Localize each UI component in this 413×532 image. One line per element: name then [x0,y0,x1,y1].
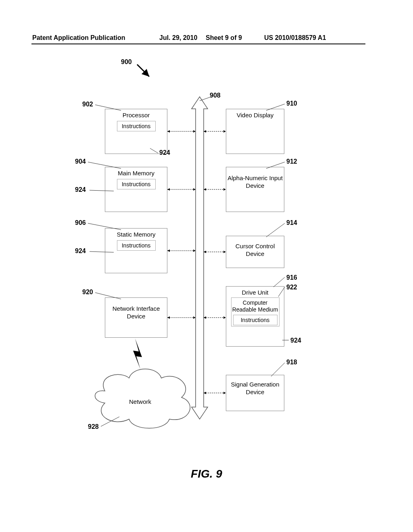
svg-line-11 [266,223,285,237]
label-network: Network [129,398,151,405]
box-signal-gen: Signal Generation Device [226,375,284,411]
svg-line-15 [271,363,285,376]
ref-902: 902 [82,101,93,108]
label-signal-gen: Signal Generation Device [226,381,284,396]
ref-928: 928 [88,423,99,430]
ref-904: 904 [75,158,86,165]
label-processor: Processor [123,112,150,118]
label-video-display: Video Display [237,112,273,118]
ref-910: 910 [286,100,297,107]
svg-line-12 [273,277,285,287]
svg-overlay [0,52,413,455]
ref-912: 912 [286,158,297,165]
box-network-interface: Network Interface Device [105,297,167,338]
label-alpha-input: Alpha-Numeric Input Device [226,175,284,190]
svg-line-0 [137,64,149,77]
box-alpha-input: Alpha-Numeric Input Device [226,167,284,212]
box-cursor-control: Cursor Control Device [226,236,284,268]
header-rule [31,44,365,44]
label-main-memory: Main Memory [118,170,154,177]
ref-908: 908 [210,92,221,99]
ref-900: 900 [121,58,132,66]
system-diagram: 900 908 902 Processor Instructions 924 9… [0,52,413,455]
ref-924-a: 924 [159,149,170,156]
header-date: Jul. 29, 2010 [159,34,197,42]
ref-924-d: 924 [290,337,301,344]
ref-916: 916 [286,274,297,281]
header-publication: Patent Application Publication [32,34,125,42]
instructions-processor: Instructions [117,121,156,131]
figure-caption: FIG. 9 [0,468,413,480]
box-static-memory: Static Memory Instructions [105,228,167,273]
ref-924-c: 924 [75,247,86,255]
box-main-memory: Main Memory Instructions [105,167,167,212]
ref-914: 914 [286,219,297,227]
header-docno: US 2010/0188579 A1 [264,34,326,42]
label-network-interface: Network Interface Device [105,305,167,320]
bolt-icon [133,339,142,369]
box-drive-unit: Drive Unit Computer Readable Medium Inst… [226,286,284,347]
ref-920: 920 [82,289,93,296]
label-static-memory: Static Memory [117,231,156,238]
bus-arrow-icon [192,97,208,419]
ref-924-b: 924 [75,186,86,193]
label-readable-medium: Computer Readable Medium [232,299,278,313]
box-readable-medium: Computer Readable Medium Instructions [231,297,280,326]
box-video-display: Video Display [226,109,284,154]
label-cursor-control: Cursor Control Device [226,243,284,258]
label-drive-unit: Drive Unit [242,289,269,296]
box-processor: Processor Instructions [105,109,167,154]
instructions-main-memory: Instructions [117,179,156,189]
instructions-drive-unit: Instructions [233,315,277,325]
svg-line-16 [101,417,119,426]
ref-918: 918 [286,359,297,366]
ref-922: 922 [286,284,297,291]
instructions-static-memory: Instructions [117,240,156,251]
ref-906: 906 [75,219,86,227]
header-sheet: Sheet 9 of 9 [206,34,242,42]
